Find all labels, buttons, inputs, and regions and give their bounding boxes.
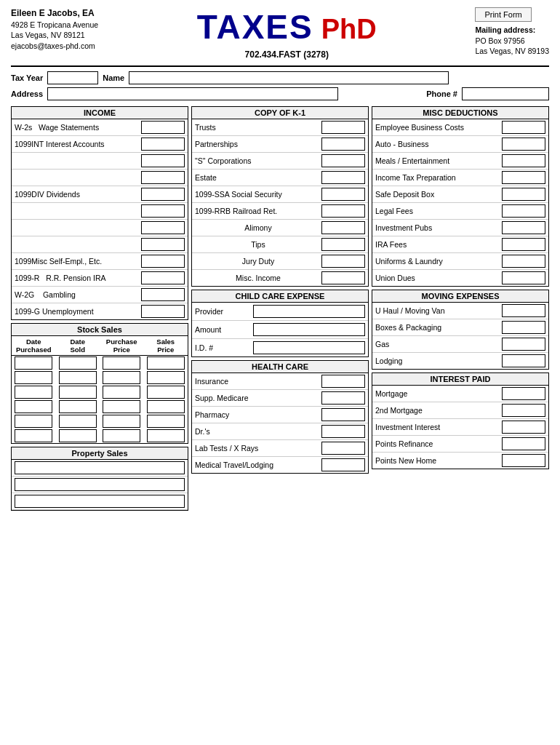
misc-input-8[interactable] (502, 255, 545, 268)
k1-input-partnerships[interactable] (321, 138, 365, 151)
cc-amount-input[interactable] (253, 323, 365, 336)
income-input-11[interactable] (141, 305, 185, 318)
stock-sales-price-1[interactable] (147, 356, 185, 370)
address-input[interactable] (47, 87, 338, 100)
prop-row-2 (12, 477, 188, 493)
k1-input-misc[interactable] (321, 271, 365, 284)
k1-input-scorps[interactable] (321, 154, 365, 167)
income-input-6[interactable] (141, 221, 185, 234)
cc-amount-row: Amount (192, 321, 368, 339)
k1-input-estate[interactable] (321, 171, 365, 184)
income-input-9[interactable] (141, 271, 185, 284)
income-input-3[interactable] (141, 171, 185, 184)
stock-date-sold-5[interactable] (59, 415, 97, 428)
stock-date-sold-1[interactable] (59, 356, 97, 370)
name-input[interactable] (129, 71, 449, 84)
misc-input-3[interactable] (502, 171, 545, 184)
hc-input-medicare[interactable] (321, 391, 365, 405)
int-input-mortgage[interactable] (502, 387, 545, 400)
stock-purchase-price-1[interactable] (103, 356, 140, 370)
int-input-invest[interactable] (502, 421, 545, 434)
phone-display: 702.434.FAST (3278) (197, 49, 377, 60)
k1-input-trusts[interactable] (321, 121, 365, 134)
cc-id-input[interactable] (253, 341, 365, 354)
hc-row-drs: Dr.'s (192, 423, 368, 440)
stock-date-purchased-3[interactable] (15, 386, 52, 399)
k1-input-ssa[interactable] (321, 188, 365, 201)
hc-label-travel: Medical Travel/Lodging (195, 461, 321, 469)
move-input-2[interactable] (502, 338, 545, 351)
stock-sales-price-3[interactable] (147, 386, 185, 399)
stock-date-purchased-2[interactable] (15, 371, 52, 384)
hc-input-lab[interactable] (321, 442, 365, 455)
income-input-10[interactable] (141, 288, 185, 301)
misc-label-9: Union Dues (375, 274, 502, 282)
phone-input[interactable] (462, 87, 549, 100)
firm-email: ejacobs@taxes-phd.com (11, 41, 98, 52)
misc-input-4[interactable] (502, 188, 545, 201)
stock-sales-price-2[interactable] (147, 371, 185, 384)
income-label-1: 1099INT Interest Accounts (15, 140, 141, 148)
property-input-2[interactable] (15, 478, 185, 491)
stock-purchase-price-6[interactable] (103, 429, 140, 442)
mailing-label: Mailing address: (475, 25, 549, 36)
misc-input-9[interactable] (502, 271, 545, 284)
hc-input-travel[interactable] (321, 458, 365, 471)
income-row-3 (12, 170, 188, 186)
stock-sales-price-5[interactable] (147, 415, 185, 428)
misc-input-0[interactable] (502, 121, 545, 134)
stock-date-sold-3[interactable] (59, 386, 97, 399)
logo-phd: PhD (321, 14, 377, 45)
print-button[interactable]: Print Form (475, 7, 531, 22)
move-input-3[interactable] (502, 354, 545, 367)
misc-label-6: Investment Pubs (375, 223, 502, 232)
income-input-7[interactable] (141, 238, 185, 251)
int-input-newhome[interactable] (502, 454, 545, 467)
stock-date-purchased-4[interactable] (15, 400, 52, 413)
stock-purchase-price-5[interactable] (103, 415, 140, 428)
stock-date-purchased-6[interactable] (15, 429, 52, 442)
stock-date-sold-6[interactable] (59, 429, 97, 442)
hc-input-pharmacy[interactable] (321, 408, 365, 421)
stock-purchase-price-3[interactable] (103, 386, 140, 399)
stock-date-sold-4[interactable] (59, 400, 97, 413)
property-input-3[interactable] (15, 495, 185, 508)
misc-input-1[interactable] (502, 138, 545, 151)
misc-label-1: Auto - Business (375, 140, 502, 148)
income-input-2[interactable] (141, 154, 185, 167)
k1-input-jury[interactable] (321, 255, 365, 268)
income-input-8[interactable] (141, 255, 185, 268)
stock-sales-price-6[interactable] (147, 429, 185, 442)
stock-purchase-price-4[interactable] (103, 400, 140, 413)
misc-input-7[interactable] (502, 238, 545, 251)
k1-input-rrb[interactable] (321, 204, 365, 218)
health-care-section: HEALTH CARE Insurance Supp. Medicare Pha… (191, 360, 369, 474)
stock-date-purchased-5[interactable] (15, 415, 52, 428)
hc-input-drs[interactable] (321, 425, 365, 438)
income-input-0[interactable] (141, 121, 185, 134)
income-input-5[interactable] (141, 204, 185, 218)
cc-provider-input[interactable] (253, 305, 365, 318)
misc-input-2[interactable] (502, 154, 545, 167)
move-input-1[interactable] (502, 321, 545, 334)
move-input-0[interactable] (502, 304, 545, 317)
income-input-1[interactable] (141, 138, 185, 151)
misc-label-3: Income Tax Preparation (375, 173, 502, 182)
k1-input-tips[interactable] (321, 238, 365, 251)
move-label-0: U Haul / Moving Van (375, 306, 502, 315)
stock-purchase-price-2[interactable] (103, 371, 140, 384)
int-input-refi[interactable] (502, 437, 545, 450)
misc-input-5[interactable] (502, 204, 545, 218)
stock-date-sold-2[interactable] (59, 371, 97, 384)
move-label-1: Boxes & Packaging (375, 323, 502, 332)
misc-input-6[interactable] (502, 221, 545, 234)
stock-date-purchased-1[interactable] (15, 356, 52, 370)
property-input-1[interactable] (15, 461, 185, 474)
int-input-2nd[interactable] (502, 404, 545, 417)
stock-sales-price-4[interactable] (147, 400, 185, 413)
income-input-4[interactable] (141, 188, 185, 201)
hc-input-insurance[interactable] (321, 375, 365, 388)
k1-row-estate: Estate (192, 170, 368, 186)
tax-year-input[interactable] (47, 71, 98, 84)
k1-input-alimony[interactable] (321, 221, 365, 234)
